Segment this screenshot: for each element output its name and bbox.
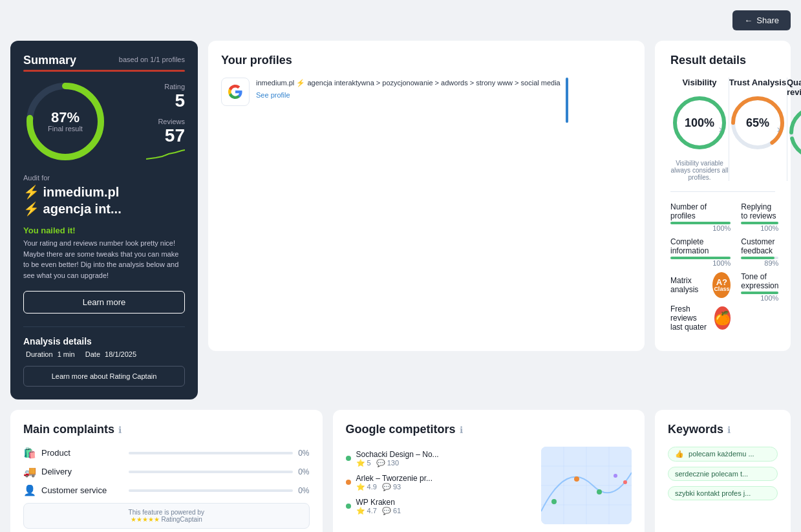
matrix-row: Matrix analysis A? Class xyxy=(670,272,731,298)
complaints-info-icon[interactable]: ℹ xyxy=(118,425,122,435)
product-icon: 🛍️ xyxy=(23,447,36,459)
left-metrics: Number of profiles 100% Complete informa… xyxy=(670,202,731,338)
competitors-card: Google competitors ℹ Sochacki Design – N… xyxy=(333,410,645,532)
summary-gauge: 87% Final result xyxy=(23,80,107,164)
nailed-text: Your rating and reviews number look pret… xyxy=(23,238,185,281)
rating-captain-button[interactable]: Learn more about Rating Captain xyxy=(23,366,185,387)
competitor-3: WP Kraken ⭐ 4.7 💬 61 xyxy=(346,498,534,515)
comp-name-2: Arlek – Tworzenie pr... xyxy=(356,474,534,483)
complaint-delivery: 🚚 Delivery 0% xyxy=(23,465,310,478)
competitors-info-icon[interactable]: ℹ xyxy=(460,425,463,435)
comp-info-3: WP Kraken ⭐ 4.7 💬 61 xyxy=(356,498,534,515)
comp-name-1: Sochacki Design – No... xyxy=(356,450,534,459)
delivery-label: Delivery xyxy=(41,467,123,476)
profile-scrollbar xyxy=(566,78,568,123)
delivery-icon: 🚚 xyxy=(23,465,36,478)
you-nailed-title: You nailed it! xyxy=(23,226,185,235)
main-grid: Summary based on 1/1 profiles 87% Final … xyxy=(10,41,791,532)
complaints-header: Main complaints ℹ xyxy=(23,423,310,436)
rating-block: Rating 5 xyxy=(164,80,185,110)
share-icon: ← xyxy=(744,16,753,25)
service-pct: 0% xyxy=(298,486,309,495)
keywords-card: Keywords ℹ 👍 polecam każdemu ... serdecz… xyxy=(655,410,791,532)
visibility-note: Visibility variable always considers all… xyxy=(670,160,729,181)
keyword-1[interactable]: 👍 polecam każdemu ... xyxy=(668,447,778,462)
bottom-metrics: Number of profiles 100% Complete informa… xyxy=(670,202,775,338)
keyword-thumb-1: 👍 xyxy=(675,450,684,458)
complaints-title: Main complaints xyxy=(23,423,114,436)
visibility-label: Visibility xyxy=(682,78,716,87)
fresh-reviews-row: Fresh reviews last quater 🍊 xyxy=(670,304,731,332)
profile-text-block: inmedium.pl ⚡ agencja interaktywna > poz… xyxy=(256,78,561,99)
comp-name-3: WP Kraken xyxy=(356,498,534,507)
based-on: based on 1/1 profiles xyxy=(119,56,185,63)
reviews-value: 57 xyxy=(146,127,185,145)
complaints-card: Main complaints ℹ 🛍️ Product 0% 🚚 Delive… xyxy=(10,410,323,532)
svg-point-18 xyxy=(614,474,617,478)
quality-metric: Quality of reviews 96% › xyxy=(787,78,801,181)
matrix-label: Matrix analysis xyxy=(670,276,706,294)
svg-point-15 xyxy=(551,499,557,504)
keywords-header: Keywords ℹ xyxy=(668,423,778,436)
rating-value: 5 xyxy=(164,92,185,110)
sub-metric-tone: Tone of expression 100% xyxy=(741,272,778,302)
fresh-badge: 🍊 xyxy=(714,306,731,330)
trust-gauge: 65% xyxy=(729,94,787,152)
keyword-2[interactable]: serdecznie polecam t... xyxy=(668,467,778,481)
rating-label: Rating xyxy=(164,83,185,90)
competitors-list: Sochacki Design – No... ⭐ 5 💬 130 Arlek … xyxy=(346,450,534,522)
share-button[interactable]: ← Share xyxy=(732,10,791,30)
quality-label: Quality of reviews xyxy=(787,78,801,97)
visibility-gauge: 100% xyxy=(670,94,729,152)
sub-metric-info: Complete information 100% xyxy=(670,237,731,267)
analysis-details-title: Analysis details xyxy=(23,336,185,346)
matrix-badge: A? Class xyxy=(712,272,731,298)
see-profile-link[interactable]: See profile xyxy=(256,91,561,99)
svg-point-17 xyxy=(597,489,602,495)
competitors-chart xyxy=(541,447,632,524)
trust-label: Trust Analysis xyxy=(729,78,786,87)
top-bar: ← Share xyxy=(10,10,791,30)
trust-value: 65% xyxy=(746,116,769,130)
keywords-list: 👍 polecam każdemu ... serdecznie polecam… xyxy=(668,447,778,504)
bottom-row: Main complaints ℹ 🛍️ Product 0% 🚚 Delive… xyxy=(10,410,791,532)
keywords-title: Keywords xyxy=(668,423,723,436)
trust-chevron[interactable]: › xyxy=(777,123,780,135)
rating-reviews: Rating 5 Reviews 57 xyxy=(146,80,185,163)
reviews-block: Reviews 57 xyxy=(146,115,185,163)
gauge-center: 87% Final result xyxy=(48,111,83,133)
delivery-pct: 0% xyxy=(298,467,309,476)
competitors-header: Google competitors ℹ xyxy=(346,423,632,436)
comp-info-2: Arlek – Tworzenie pr... ⭐ 4.9 💬 93 xyxy=(356,474,534,491)
powered-by: This feature is powered by ★★★★★ RatingC… xyxy=(23,503,310,529)
sub-metric-replying: Replying to reviews 100% xyxy=(741,202,778,232)
right-metrics: Replying to reviews 100% Customer feedba… xyxy=(741,202,778,338)
profiles-bar xyxy=(23,70,185,72)
visibility-chevron[interactable]: › xyxy=(719,123,722,135)
trust-metric: Trust Analysis 65% › xyxy=(729,78,787,181)
quality-gauge: 96% xyxy=(787,103,801,162)
comp-dot-3 xyxy=(346,504,351,509)
company-name-2: ⚡ agencja int... xyxy=(23,201,185,217)
competitors-title: Google competitors xyxy=(346,423,456,436)
reviews-label: Reviews xyxy=(158,118,185,125)
profile-item: inmedium.pl ⚡ agencja interaktywna > poz… xyxy=(221,78,561,123)
analysis-meta: Duration 1 min Date 18/1/2025 xyxy=(23,350,185,358)
audit-for-label: Audit for xyxy=(23,174,185,182)
gauge-area: 87% Final result Rating 5 Reviews 57 xyxy=(23,80,185,164)
comp-meta-2: ⭐ 4.9 💬 93 xyxy=(356,483,534,491)
comp-info-1: Sochacki Design – No... ⭐ 5 💬 130 xyxy=(356,450,534,467)
sub-metric-feedback: Customer feedback 89% xyxy=(741,237,778,267)
final-percent: 87% xyxy=(48,111,83,125)
your-profiles-title: Your profiles xyxy=(221,54,632,67)
trend-line-svg xyxy=(146,147,185,160)
keywords-info-icon[interactable]: ℹ xyxy=(727,425,731,435)
learn-more-button[interactable]: Learn more xyxy=(23,291,185,314)
complaint-product: 🛍️ Product 0% xyxy=(23,447,310,459)
result-details-title: Result details xyxy=(670,54,775,67)
keyword-3[interactable]: szybki kontakt profes j... xyxy=(668,486,778,500)
your-profiles-card: Your profiles inmedium.pl ⚡ agencja inte… xyxy=(208,41,645,351)
service-icon: 👤 xyxy=(23,484,36,496)
final-label: Final result xyxy=(48,125,83,133)
fresh-label: Fresh reviews last quater xyxy=(670,304,708,332)
